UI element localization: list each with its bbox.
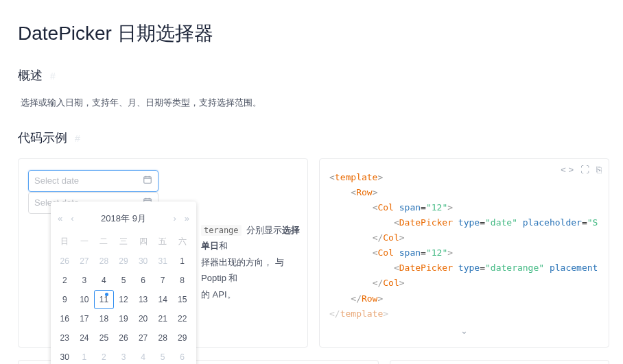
code-inline: terange bbox=[201, 225, 242, 236]
next-year-button[interactable]: » bbox=[182, 213, 192, 223]
calendar-day[interactable]: 26 bbox=[55, 252, 75, 271]
calendar-day[interactable]: 30 bbox=[55, 348, 75, 364]
calendar-dow: 一 bbox=[75, 232, 95, 252]
calendar-dow: 日 bbox=[55, 232, 75, 252]
expand-code-button[interactable]: ⌄ bbox=[329, 326, 599, 336]
date-input[interactable]: Select date bbox=[28, 170, 158, 192]
calendar-day[interactable]: 27 bbox=[133, 328, 153, 348]
anchor-icon[interactable]: # bbox=[50, 71, 56, 82]
calendar-day[interactable]: 24 bbox=[75, 328, 95, 348]
calendar-day[interactable]: 12 bbox=[114, 290, 134, 309]
anchor-icon[interactable]: # bbox=[75, 133, 80, 144]
calendar-day[interactable]: 29 bbox=[114, 252, 134, 271]
calendar-day[interactable]: 28 bbox=[153, 328, 173, 348]
page-title: DatePicker 日期选择器 bbox=[18, 21, 623, 47]
calendar-day[interactable]: 1 bbox=[75, 348, 95, 364]
calendar-day[interactable]: 10 bbox=[75, 290, 95, 309]
examples-heading: 代码示例 # bbox=[18, 130, 623, 146]
calendar-day[interactable]: 28 bbox=[94, 252, 114, 271]
calendar-dow: 六 bbox=[172, 232, 192, 252]
example-code-card: < > ⛶ ⎘ <template> <Row> <Col span="12"> bbox=[390, 360, 609, 364]
svg-rect-0 bbox=[144, 177, 152, 183]
view-code-icon[interactable]: < > bbox=[561, 165, 574, 175]
date-input-placeholder: Select date bbox=[34, 175, 143, 186]
calendar-day[interactable]: 20 bbox=[133, 309, 153, 328]
calendar-dow: 三 bbox=[114, 232, 134, 252]
calendar-day[interactable]: 18 bbox=[94, 309, 114, 328]
calendar-day[interactable]: 25 bbox=[94, 328, 114, 348]
calendar-popup: « ‹ 2018年 9月 › » 日一二三四五六2627282930311234… bbox=[51, 202, 196, 364]
calendar-day[interactable]: 9 bbox=[55, 290, 75, 309]
example-code-card: < > ⛶ ⎘ <template> <Row> <Col span="12">… bbox=[319, 158, 609, 348]
calendar-day[interactable]: 16 bbox=[55, 309, 75, 328]
calendar-dow: 五 bbox=[153, 232, 173, 252]
code-block: <template> <Row> <Col span="12"> <DatePi… bbox=[329, 170, 599, 321]
calendar-day[interactable]: 19 bbox=[114, 309, 134, 328]
calendar-day[interactable]: 15 bbox=[172, 290, 192, 309]
prev-year-button[interactable]: « bbox=[55, 213, 65, 223]
calendar-day[interactable]: 2 bbox=[55, 271, 75, 290]
example-demo-card: Select date Select date terange 分别显示选择单日… bbox=[18, 158, 308, 348]
calendar-day[interactable]: 8 bbox=[172, 271, 192, 290]
calendar-day[interactable]: 27 bbox=[75, 252, 95, 271]
calendar-day[interactable]: 31 bbox=[153, 252, 173, 271]
calendar-dow: 二 bbox=[94, 232, 114, 252]
calendar-day[interactable]: 6 bbox=[172, 348, 192, 364]
calendar-day[interactable]: 29 bbox=[172, 328, 192, 348]
expand-icon[interactable]: ⛶ bbox=[580, 165, 589, 175]
calendar-day[interactable]: 5 bbox=[114, 271, 134, 290]
calendar-day[interactable]: 26 bbox=[114, 328, 134, 348]
calendar-day[interactable]: 23 bbox=[55, 328, 75, 348]
calendar-day[interactable]: 2 bbox=[94, 348, 114, 364]
calendar-day[interactable]: 7 bbox=[153, 271, 173, 290]
calendar-day[interactable]: 22 bbox=[172, 309, 192, 328]
example-desc-text: 的 API。 bbox=[201, 289, 236, 300]
calendar-day[interactable]: 6 bbox=[133, 271, 153, 290]
overview-desc: 选择或输入日期，支持年、月、日期等类型，支持选择范围。 bbox=[21, 96, 623, 110]
next-month-button[interactable]: › bbox=[170, 213, 178, 223]
calendar-day[interactable]: 4 bbox=[133, 348, 153, 364]
calendar-day[interactable]: 3 bbox=[75, 271, 95, 290]
copy-icon[interactable]: ⎘ bbox=[596, 165, 602, 175]
calendar-day[interactable]: 3 bbox=[114, 348, 134, 364]
calendar-day[interactable]: 21 bbox=[153, 309, 173, 328]
calendar-day[interactable]: 14 bbox=[153, 290, 173, 309]
calendar-icon bbox=[143, 175, 152, 186]
calendar-day[interactable]: 13 bbox=[133, 290, 153, 309]
example-desc-text: 择器出现的方向， 与 Poptip 和 bbox=[201, 257, 284, 283]
calendar-day[interactable]: 5 bbox=[153, 348, 173, 364]
calendar-day[interactable]: 30 bbox=[133, 252, 153, 271]
prev-month-button[interactable]: ‹ bbox=[68, 213, 76, 223]
calendar-day[interactable]: 1 bbox=[172, 252, 192, 271]
overview-heading: 概述 # bbox=[18, 67, 623, 84]
calendar-dow: 四 bbox=[133, 232, 153, 252]
calendar-day[interactable]: 17 bbox=[75, 309, 95, 328]
calendar-header-label[interactable]: 2018年 9月 bbox=[80, 213, 168, 225]
calendar-day[interactable]: 4 bbox=[94, 271, 114, 290]
calendar-day[interactable]: 11 bbox=[94, 290, 114, 309]
